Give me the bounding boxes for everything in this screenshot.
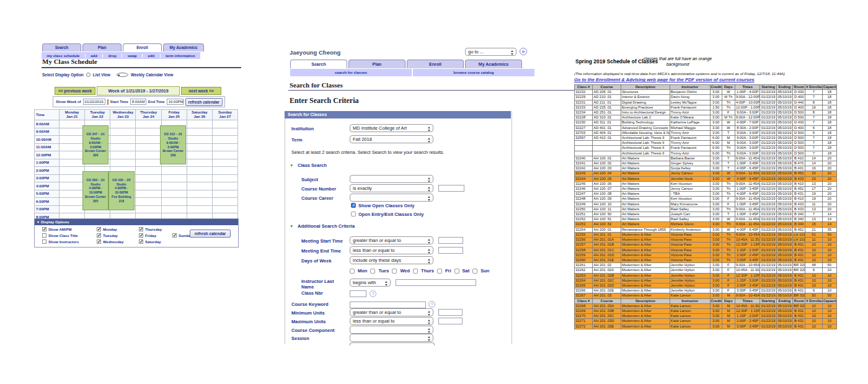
subject-select[interactable] (350, 175, 433, 183)
schedule-col-header: Instructor (670, 85, 710, 90)
wednesday-checkbox[interactable] (97, 239, 101, 244)
open-entry-exit-checkbox[interactable] (351, 212, 356, 217)
end-time-input[interactable]: 10:00PM (167, 99, 184, 105)
thursday-checkbox[interactable] (139, 227, 143, 231)
days-of-week-select[interactable]: include only these days (350, 256, 433, 264)
schedule-cell: D 430 (793, 90, 805, 95)
help-icon[interactable] (370, 290, 376, 297)
fri-checkbox[interactable] (437, 269, 442, 274)
schedule-cell: T (722, 156, 735, 161)
mon-checkbox[interactable] (350, 269, 355, 274)
tab-search[interactable]: Search (42, 43, 81, 51)
schedule-cell: Intro to Architectural Design (621, 110, 670, 115)
subtab-edit[interactable]: edit (142, 54, 159, 58)
subtab-swap[interactable]: swap (122, 54, 142, 58)
sunday-checkbox[interactable] (172, 233, 177, 238)
collapse-triangle-icon[interactable] (290, 225, 293, 228)
goto-select[interactable]: go to ... (465, 48, 516, 56)
tab-plan[interactable]: Plan (348, 60, 405, 68)
sat-checkbox[interactable] (454, 269, 459, 274)
saturday-checkbox[interactable] (139, 239, 143, 244)
show-class-title-checkbox[interactable] (42, 233, 46, 238)
maximum-units-input[interactable] (438, 318, 463, 324)
go-button[interactable] (520, 48, 527, 55)
subtab-drop[interactable]: drop (102, 54, 122, 58)
schedule-cell: B 410 (793, 197, 805, 202)
schedule-cell: AH 201 .03B (593, 308, 621, 313)
schedule-cell: B 340 (793, 212, 805, 217)
instructor-last-name-input[interactable] (396, 279, 476, 286)
next-week-button[interactable]: next week >> (181, 87, 221, 95)
schedule-row: 32230AD 311 .01Building TechnologyKather… (575, 120, 837, 125)
schedule-cell: 01/22/19 (760, 192, 776, 197)
meeting-end-input[interactable] (438, 247, 463, 254)
minimum-units-select[interactable]: greater than or equal to (350, 308, 433, 316)
tab-enroll[interactable]: Enroll (407, 60, 464, 68)
subtab-term-information[interactable]: term information (160, 54, 200, 58)
schedule-cell: 3.00 (710, 232, 722, 237)
show-am-pm-checkbox[interactable] (42, 227, 46, 231)
list-view-radio[interactable] (86, 73, 91, 77)
schedule-cell: 32242 (575, 166, 593, 171)
tab-plan[interactable]: Plan (82, 43, 122, 51)
schedule-cell: 20 (822, 156, 836, 161)
class-nbr-input[interactable] (350, 290, 366, 297)
session-select[interactable] (350, 334, 433, 342)
meeting-start-input[interactable] (438, 237, 463, 244)
display-options-bar[interactable]: Display Options (35, 219, 238, 225)
schedule-cell: 50 (822, 263, 836, 268)
weekly-calendar-view-radio[interactable] (117, 73, 128, 77)
pdf-link[interactable]: Go to the Enrollment & Advising web page… (574, 77, 755, 83)
day-label: Sat (463, 268, 470, 274)
course-component-select[interactable] (350, 326, 433, 334)
schedule-cell: B 431 (793, 248, 805, 252)
sun-checkbox[interactable] (472, 269, 477, 274)
refresh-calendar-button-2[interactable]: refresh calendar (190, 230, 231, 238)
schedule-cell: Ginger Spivey (670, 161, 710, 166)
show-week-input[interactable]: 01/22/2019 (83, 99, 105, 105)
help-icon[interactable] (428, 301, 435, 308)
meeting-start-op-select[interactable]: greater than or equal to (350, 236, 433, 244)
course-number-op-select[interactable]: is exactly (350, 184, 433, 192)
schedule-col-header: Instructor (670, 298, 710, 303)
course-number-input[interactable] (438, 185, 464, 192)
subtab-my-class-schedule[interactable]: my class schedule (42, 54, 85, 58)
wed-checkbox[interactable] (392, 269, 397, 274)
select-stepper-icon (427, 336, 431, 341)
meeting-end-op-select[interactable]: less than or equal to (350, 246, 433, 254)
subtab-browse-course-catalog[interactable]: browse course catalog (413, 69, 534, 76)
show-instructors-checkbox[interactable] (42, 239, 46, 244)
subtab-add[interactable]: add (85, 54, 102, 58)
start-time-input[interactable]: 8:00AM (130, 99, 146, 105)
minimum-units-input[interactable] (438, 309, 463, 316)
subtab-search-for-classes[interactable]: search for classes (290, 69, 412, 76)
schedule-cell: 32228 (575, 115, 593, 120)
schedule-cell: 18 (822, 95, 836, 100)
schedule-col-header: Room (793, 298, 805, 303)
tues-checkbox[interactable] (370, 269, 375, 274)
tab-enroll[interactable]: Enroll (123, 43, 162, 51)
course-keyword-input[interactable] (350, 301, 426, 308)
term-select[interactable]: Fall 2018 (350, 135, 433, 143)
schedule-cell: F (722, 202, 735, 207)
friday-checkbox[interactable] (139, 233, 143, 238)
show-open-classes-checkbox[interactable] (351, 203, 356, 208)
tab-search[interactable]: Search (290, 60, 347, 68)
refresh-calendar-button[interactable]: refresh calendar (185, 98, 223, 106)
course-career-select[interactable] (350, 194, 433, 202)
show-week-label: Show Week of (56, 100, 81, 104)
clipped-select[interactable] (350, 342, 435, 346)
previous-week-button[interactable]: << previous week (55, 87, 95, 95)
collapse-triangle-icon[interactable] (290, 164, 293, 167)
thurs-checkbox[interactable] (413, 269, 418, 274)
tuesday-checkbox[interactable] (97, 233, 101, 238)
schedule-cell: B 431 (793, 314, 805, 319)
schedule-cell: 10 (822, 238, 836, 243)
tab-my-academics[interactable]: My Academics (465, 60, 522, 68)
maximum-units-select[interactable]: less than or equal to (350, 317, 433, 325)
calendar-picker-icon[interactable] (107, 99, 108, 105)
monday-checkbox[interactable] (97, 227, 101, 231)
institution-select[interactable]: MD Institute College of Art (350, 124, 433, 132)
tab-my-academics[interactable]: My Academics (163, 43, 204, 51)
instructor-op-select[interactable]: begins with (350, 279, 391, 287)
